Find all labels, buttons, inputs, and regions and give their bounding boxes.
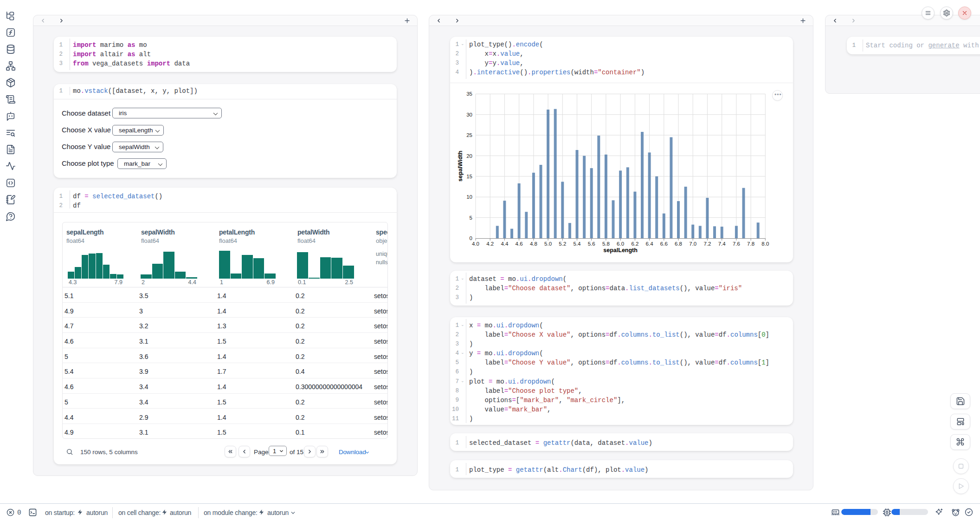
svg-text:7.0: 7.0 xyxy=(689,241,696,247)
svg-text:7.8: 7.8 xyxy=(747,241,754,247)
svg-text:sepalLength: sepalLength xyxy=(603,247,638,254)
svg-text:7.4: 7.4 xyxy=(718,241,726,247)
svg-text:6.0: 6.0 xyxy=(617,241,624,247)
svg-text:4.4: 4.4 xyxy=(501,241,509,247)
svg-text:5.6: 5.6 xyxy=(588,241,595,247)
svg-text:20: 20 xyxy=(466,153,472,159)
svg-text:6.8: 6.8 xyxy=(675,241,682,247)
svg-text:7.6: 7.6 xyxy=(733,241,740,247)
svg-text:4.2: 4.2 xyxy=(486,241,494,247)
svg-text:sepalWidth: sepalWidth xyxy=(457,150,464,182)
svg-text:35: 35 xyxy=(466,91,472,97)
svg-text:10: 10 xyxy=(466,194,472,200)
svg-text:5.4: 5.4 xyxy=(574,241,581,247)
svg-text:6.2: 6.2 xyxy=(631,241,638,247)
svg-text:15: 15 xyxy=(466,174,472,179)
svg-text:5.2: 5.2 xyxy=(559,241,566,247)
svg-text:5: 5 xyxy=(470,215,472,221)
svg-text:4.6: 4.6 xyxy=(516,241,523,247)
svg-text:6.4: 6.4 xyxy=(646,241,654,247)
svg-text:30: 30 xyxy=(466,112,472,117)
svg-text:7.2: 7.2 xyxy=(703,241,711,247)
svg-text:5.8: 5.8 xyxy=(602,241,610,247)
svg-text:6.6: 6.6 xyxy=(660,241,668,247)
svg-text:4.8: 4.8 xyxy=(530,241,537,247)
svg-text:0: 0 xyxy=(470,235,472,241)
svg-text:8.0: 8.0 xyxy=(761,241,769,247)
svg-text:5.0: 5.0 xyxy=(544,241,552,247)
svg-text:4.0: 4.0 xyxy=(472,241,479,247)
svg-text:25: 25 xyxy=(466,132,472,138)
